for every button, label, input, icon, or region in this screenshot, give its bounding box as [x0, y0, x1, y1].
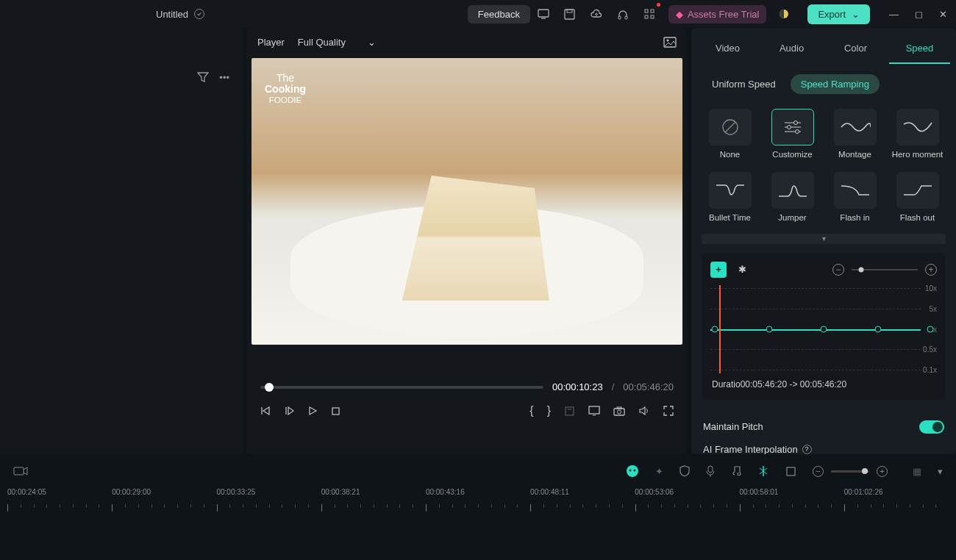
player-panel: Player Full Quality⌄ TheCookingFOODIE 00… [247, 28, 687, 454]
split-icon[interactable] [757, 465, 769, 477]
assets-trial-button[interactable]: ◆ Assets Free Trial [668, 5, 767, 24]
duration-row: Duratio00:05:46:20 -> 00:05:46:20 [710, 373, 937, 391]
chevron-down-icon: ⌄ [368, 37, 376, 48]
export-label: Export [818, 9, 846, 20]
scrub-slider[interactable] [260, 386, 543, 389]
quality-select[interactable]: Full Quality⌄ [298, 37, 376, 48]
close-icon[interactable]: ✕ [939, 9, 947, 20]
preset-flashout[interactable]: Flash out [889, 172, 946, 223]
expand-bar[interactable]: ▾ [702, 234, 946, 244]
sparkle-icon[interactable]: ✦ [655, 466, 663, 477]
svg-point-27 [793, 121, 797, 125]
robot-icon[interactable] [626, 464, 639, 478]
export-button[interactable]: Export ⌄ [807, 4, 870, 24]
zoom-in-icon[interactable]: + [925, 264, 937, 276]
svg-point-13 [667, 40, 669, 42]
preset-flashin[interactable]: Flash in [827, 172, 883, 223]
step-back-icon[interactable] [284, 406, 294, 416]
svg-rect-36 [708, 466, 713, 473]
play-icon[interactable] [307, 406, 318, 416]
ruler-timestamp: 00:00:29:00 [112, 488, 151, 496]
subtab-ramping[interactable]: Speed Ramping [791, 74, 880, 94]
music-icon[interactable] [731, 465, 741, 477]
ruler-timestamp: 00:00:24:05 [7, 488, 46, 496]
add-keyframe-button[interactable]: + [710, 262, 727, 278]
quality-value: Full Quality [298, 37, 346, 48]
tab-speed[interactable]: Speed [889, 34, 950, 64]
svg-point-34 [629, 470, 632, 472]
mark-icon[interactable] [564, 406, 575, 417]
svg-rect-23 [617, 407, 621, 409]
svg-point-22 [618, 410, 621, 414]
stop-icon[interactable] [331, 406, 340, 416]
volume-icon[interactable] [638, 406, 650, 416]
preset-none[interactable]: None [702, 109, 758, 160]
preset-montage[interactable]: Montage [827, 109, 883, 160]
current-time: 00:00:10:23 [552, 381, 603, 392]
minimize-icon[interactable]: — [889, 9, 899, 20]
crop-icon[interactable] [785, 466, 796, 477]
zoom-slider[interactable] [852, 269, 918, 270]
svg-rect-19 [589, 406, 599, 414]
snapshot-icon[interactable] [613, 406, 625, 416]
maximize-icon[interactable]: ◻ [915, 9, 923, 20]
prev-frame-icon[interactable] [260, 406, 271, 416]
brace-close-icon[interactable]: } [547, 404, 551, 417]
svg-point-31 [795, 130, 799, 134]
tab-audio[interactable]: Audio [761, 34, 822, 64]
svg-rect-21 [614, 409, 624, 415]
svg-rect-7 [645, 10, 648, 12]
zoom-out-icon[interactable]: − [832, 264, 844, 276]
fullscreen-icon[interactable] [663, 406, 674, 416]
image-icon[interactable] [663, 37, 677, 48]
preset-customize[interactable]: Customize [764, 109, 821, 160]
freeze-frame-icon[interactable]: ✱ [734, 262, 750, 278]
assets-trial-label: Assets Free Trial [688, 9, 760, 20]
info-icon[interactable]: ? [802, 445, 812, 454]
svg-rect-16 [332, 408, 339, 414]
time-ruler[interactable]: 00:00:24:0500:00:29:0000:00:33:2500:00:3… [0, 488, 956, 514]
theme-icon[interactable] [774, 4, 794, 24]
tab-color[interactable]: Color [825, 34, 886, 64]
grid-view-icon[interactable]: ▦ [913, 466, 921, 477]
shield-icon[interactable] [679, 465, 690, 477]
filter-icon[interactable] [197, 72, 209, 83]
grid-icon[interactable] [639, 4, 660, 24]
brace-open-icon[interactable]: { [529, 404, 533, 417]
tab-video[interactable]: Video [697, 34, 758, 64]
maintain-pitch-label: Maintain Pitch [703, 421, 763, 432]
graph-label-10x: 10x [925, 284, 937, 292]
time-separator: / [612, 381, 615, 392]
feedback-button[interactable]: Feedback [468, 5, 530, 24]
preset-hero[interactable]: Hero moment [889, 109, 946, 160]
watermark-logo: TheCookingFOODIE [265, 73, 306, 105]
preset-jumper[interactable]: Jumper [764, 172, 821, 223]
more-icon[interactable]: ••• [219, 72, 229, 83]
screen-icon[interactable] [533, 4, 554, 24]
svg-rect-17 [566, 407, 574, 415]
save-icon[interactable] [560, 4, 580, 24]
dropdown-icon[interactable]: ▾ [938, 466, 943, 477]
svg-rect-32 [14, 467, 24, 475]
maintain-pitch-toggle[interactable] [919, 420, 944, 434]
record-icon[interactable] [13, 466, 28, 476]
headphones-icon[interactable] [613, 4, 633, 24]
inspector-panel: Video Audio Color Speed Uniform Speed Sp… [691, 28, 956, 454]
preset-bullet[interactable]: Bullet Time [702, 172, 758, 223]
ruler-timestamp: 00:01:02:26 [844, 488, 883, 496]
tl-zoom-slider[interactable] [831, 470, 869, 473]
speed-graph[interactable]: 10x 5x 1x 0.5x 0.1x [710, 285, 937, 373]
mic-icon[interactable] [706, 465, 715, 477]
video-preview[interactable]: TheCookingFOODIE [252, 58, 682, 345]
display-icon[interactable] [588, 406, 600, 416]
graph-label-05x: 0.5x [923, 345, 937, 353]
svg-rect-10 [651, 15, 654, 18]
subtab-uniform[interactable]: Uniform Speed [702, 74, 786, 94]
svg-point-33 [627, 465, 638, 477]
tl-zoom-in-icon[interactable]: + [877, 466, 888, 477]
svg-point-29 [787, 126, 791, 129]
tl-zoom-out-icon[interactable]: − [813, 466, 824, 477]
cloud-icon[interactable] [586, 4, 607, 24]
svg-point-35 [634, 470, 636, 472]
playhead-indicator[interactable] [719, 285, 721, 373]
